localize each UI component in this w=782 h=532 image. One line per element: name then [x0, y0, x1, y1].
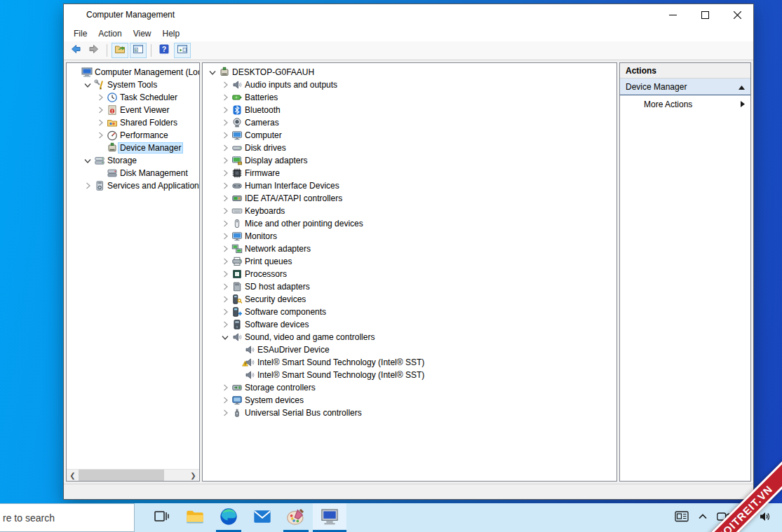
tree-item-services-and-applications[interactable]: Services and Applications [67, 179, 199, 192]
tree-item-universal-serial-bus-controllers[interactable]: Universal Serial Bus controllers [203, 407, 616, 419]
tree-item-storage-controllers[interactable]: Storage controllers [203, 381, 616, 394]
tray-news-button[interactable] [674, 509, 689, 527]
expand-chevron-right-icon[interactable] [220, 92, 231, 103]
tree-item-processors[interactable]: Processors [203, 268, 616, 280]
tree-item-task-scheduler[interactable]: Task Scheduler [67, 91, 199, 104]
taskbar-search-input[interactable]: re to search [0, 503, 135, 532]
forward-arrow-button[interactable] [86, 43, 102, 58]
tree-item-security-devices[interactable]: Security devices [203, 293, 616, 306]
collapse-chevron-down-icon[interactable] [82, 79, 93, 90]
tree-item-mice-and-other-pointing-devices[interactable]: Mice and other pointing devices [203, 217, 616, 230]
expand-chevron-right-icon[interactable] [95, 130, 106, 141]
tree-item-cameras[interactable]: Cameras [203, 116, 616, 129]
collapse-icon[interactable] [739, 82, 745, 92]
horizontal-scrollbar[interactable]: ❮ ❯ [67, 469, 199, 481]
actions-section-device-manager[interactable]: Device Manager [620, 79, 750, 95]
tree-item-audio-inputs-and-outputs[interactable]: Audio inputs and outputs [203, 79, 616, 91]
tree-item-firmware[interactable]: Firmware [203, 167, 616, 179]
maximize-button[interactable] [689, 4, 721, 25]
export-list-button[interactable] [112, 43, 128, 58]
expand-chevron-right-icon[interactable] [220, 407, 231, 418]
tree-item-computer[interactable]: Computer [203, 129, 616, 142]
tree-item-sd-host-adapters[interactable]: SD host adapters [203, 280, 616, 293]
tree-item-display-adapters[interactable]: Display adapters [203, 154, 616, 167]
tree-item-event-viewer[interactable]: Event Viewer [67, 104, 199, 116]
tree-item-keyboards[interactable]: Keyboards [203, 205, 616, 217]
taskbar-paint-button[interactable] [279, 503, 313, 532]
expand-chevron-right-icon[interactable] [220, 382, 231, 393]
tree-item-esaudriver-device[interactable]: ESAuDriver Device [203, 343, 616, 356]
expand-chevron-right-icon[interactable] [220, 130, 231, 141]
tree-item-human-interface-devices[interactable]: Human Interface Devices [203, 179, 616, 192]
menu-help[interactable]: Help [157, 27, 186, 41]
expand-chevron-right-icon[interactable] [95, 92, 106, 103]
show-action-pane-button[interactable] [174, 43, 191, 58]
expand-chevron-right-icon[interactable] [220, 104, 231, 116]
tree-item-desktop-g0faauh[interactable]: DESKTOP-G0FAAUH [203, 66, 616, 79]
tree-item-computer-management-local[interactable]: Computer Management (Local [67, 66, 199, 79]
expand-chevron-right-icon[interactable] [220, 395, 231, 406]
tree-item-system-tools[interactable]: System Tools [67, 79, 199, 91]
help-button[interactable]: ? [156, 43, 173, 58]
tree-item-print-queues[interactable]: Print queues [203, 255, 616, 268]
tree-item-disk-drives[interactable]: Disk drives [203, 142, 616, 154]
tree-item-software-devices[interactable]: Software devices [203, 318, 616, 331]
minimize-button[interactable] [656, 4, 689, 25]
tree-item-disk-management[interactable]: Disk Management [67, 167, 199, 179]
expand-chevron-right-icon[interactable] [220, 117, 231, 128]
taskbar-file-explorer-button[interactable] [178, 503, 212, 532]
collapse-chevron-down-icon[interactable] [82, 155, 93, 166]
show-console-tree-button[interactable] [130, 43, 147, 58]
expand-chevron-right-icon[interactable] [220, 142, 231, 154]
expand-chevron-right-icon[interactable] [95, 117, 106, 128]
expand-chevron-right-icon[interactable] [220, 79, 231, 90]
collapse-chevron-down-icon[interactable] [220, 332, 231, 343]
expand-chevron-right-icon[interactable] [220, 180, 231, 191]
taskbar-edge-button[interactable] [212, 503, 245, 532]
expand-chevron-right-icon[interactable] [82, 180, 93, 191]
expand-chevron-right-icon[interactable] [220, 155, 231, 166]
expand-chevron-right-icon[interactable] [220, 168, 231, 179]
expand-chevron-right-icon[interactable] [220, 294, 231, 305]
menu-file[interactable]: File [68, 27, 93, 41]
expand-chevron-right-icon[interactable] [220, 243, 231, 254]
tree-item-sound-video-and-game-controllers[interactable]: Sound, video and game controllers [203, 331, 616, 343]
expand-chevron-right-icon[interactable] [220, 281, 231, 292]
expand-chevron-right-icon[interactable] [220, 231, 231, 242]
tree-item-performance[interactable]: Performance [67, 129, 199, 142]
taskbar-mail-button[interactable] [245, 503, 279, 532]
expand-chevron-right-icon[interactable] [220, 193, 231, 204]
expand-chevron-right-icon[interactable] [95, 104, 106, 116]
tree-item-intel-smart-sound-technology-intel-sst[interactable]: Intel® Smart Sound Technology (Intel® SS… [203, 369, 616, 381]
actions-item-more-actions[interactable]: More Actions [620, 95, 750, 114]
expand-chevron-right-icon[interactable] [220, 218, 231, 229]
tree-item-system-devices[interactable]: System devices [203, 394, 616, 407]
taskbar-computer-management-button[interactable] [313, 503, 346, 532]
collapse-chevron-down-icon[interactable] [207, 67, 218, 78]
tree-item-software-components[interactable]: Software components [203, 306, 616, 318]
tree-item-batteries[interactable]: Batteries [203, 91, 616, 104]
tree-item-storage[interactable]: Storage [67, 154, 199, 167]
tree-item-network-adapters[interactable]: Network adapters [203, 243, 616, 255]
taskbar-task-view-button[interactable] [144, 503, 178, 532]
close-button[interactable] [721, 4, 753, 25]
tree-item-monitors[interactable]: Monitors [203, 230, 616, 243]
scrollbar-track[interactable] [79, 470, 187, 481]
tree-item-device-manager[interactable]: Device Manager [67, 142, 199, 154]
tray-volume-button[interactable] [758, 510, 772, 526]
back-arrow-button[interactable] [67, 43, 84, 58]
expand-chevron-right-icon[interactable] [220, 306, 231, 318]
scroll-right-button[interactable]: ❯ [187, 470, 199, 481]
tree-item-ide-ata-atapi-controllers[interactable]: IDE ATA/ATAPI controllers [203, 192, 616, 205]
scroll-left-button[interactable]: ❮ [67, 470, 79, 481]
tree-item-shared-folders[interactable]: Shared Folders [67, 116, 199, 129]
tray-chevron-up-button[interactable] [696, 510, 709, 526]
scrollbar-thumb[interactable] [79, 470, 164, 481]
tree-item-intel-smart-sound-technology-intel-sst[interactable]: Intel® Smart Sound Technology (Intel® SS… [203, 356, 616, 369]
tree-item-bluetooth[interactable]: Bluetooth [203, 104, 616, 116]
expand-chevron-right-icon[interactable] [220, 268, 231, 280]
expand-chevron-right-icon[interactable] [220, 256, 231, 267]
expand-chevron-right-icon[interactable] [220, 319, 231, 330]
menu-view[interactable]: View [128, 27, 157, 41]
expand-chevron-right-icon[interactable] [220, 205, 231, 217]
